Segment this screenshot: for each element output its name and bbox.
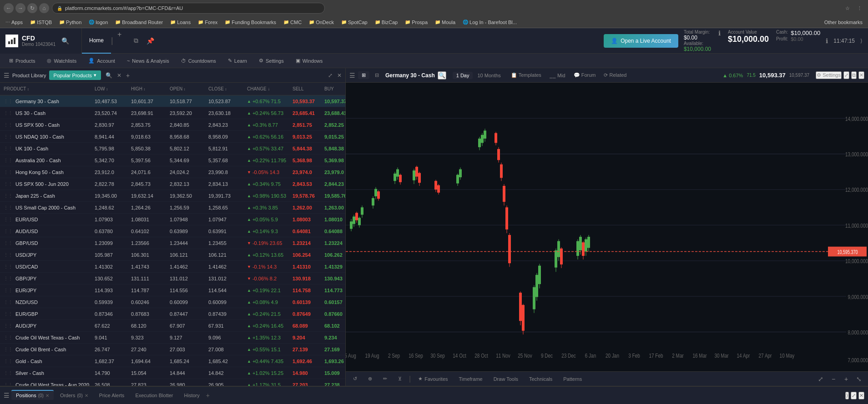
favourites-btn[interactable]: ★ Favourites bbox=[414, 375, 451, 383]
panel-search-button[interactable]: 🔍 bbox=[106, 72, 112, 79]
product-sell[interactable]: 1,692.46 bbox=[293, 359, 324, 364]
product-sell[interactable]: 27.139 bbox=[293, 347, 324, 352]
product-buy[interactable]: 5,369.98 bbox=[324, 158, 345, 163]
col-open[interactable]: OPEN bbox=[170, 86, 208, 91]
product-buy[interactable]: 23,688.41 bbox=[324, 110, 345, 116]
browser-menu[interactable]: ⋮ bbox=[854, 3, 864, 13]
open-account-button[interactable]: 👤 Open a Live Account bbox=[604, 34, 678, 48]
product-sell[interactable]: 1.23214 bbox=[293, 240, 324, 246]
bookmark-cmc[interactable]: 📁 CMC bbox=[281, 19, 304, 26]
zoom-out-btn[interactable]: − bbox=[828, 374, 839, 384]
product-buy[interactable]: 0.87660 bbox=[324, 311, 345, 317]
settings-info-icon[interactable]: ℹ bbox=[826, 37, 828, 45]
table-row[interactable]: ⋮⋮ US SPX 500 - Cash 2,830.97 2,853.75 2… bbox=[0, 119, 345, 131]
table-row[interactable]: ⋮⋮ Australia 200 - Cash 5,342.70 5,397.5… bbox=[0, 155, 345, 166]
product-sell[interactable]: 14.980 bbox=[293, 370, 324, 376]
table-row[interactable]: ⋮⋮ USD/CAD 1.41302 1.41743 1.41462 1.414… bbox=[0, 261, 345, 273]
table-row[interactable]: ⋮⋮ US SPX 500 - Jun 2020 2,822.78 2,845.… bbox=[0, 178, 345, 190]
expand-button[interactable]: ⟩ bbox=[860, 38, 863, 44]
chart-view-btn-2[interactable]: ⊟ bbox=[371, 71, 383, 79]
bookmark-ondeck[interactable]: 📁 OnDeck bbox=[306, 19, 337, 26]
product-sell[interactable]: 0.60139 bbox=[293, 299, 324, 305]
nav-home[interactable]: Home bbox=[82, 28, 111, 54]
table-row[interactable]: ⋮⋮ EUR/JPY 114.393 114.787 114.556 114.5… bbox=[0, 284, 345, 296]
table-row[interactable]: ⋮⋮ Silver - Cash 14.790 15.054 14.844 14… bbox=[0, 367, 345, 379]
back-button[interactable]: ← bbox=[4, 3, 14, 13]
panel-close-btn[interactable]: ✕ bbox=[117, 72, 121, 79]
timeframe-btn[interactable]: Timeframe bbox=[455, 375, 486, 383]
table-row[interactable]: ⋮⋮ AUD/JPY 67.622 68.120 67.907 67.931 ▲… bbox=[0, 320, 345, 332]
product-sell[interactable]: 27.203 bbox=[293, 382, 324, 386]
bottom-close-btn[interactable]: ✕ bbox=[858, 392, 864, 399]
table-row[interactable]: ⋮⋮ US 30 - Cash 23,520.74 23,698.91 23,5… bbox=[0, 107, 345, 119]
chart-forum-btn[interactable]: 💬 Forum bbox=[570, 71, 600, 79]
positions-tab-close[interactable]: ✕ bbox=[45, 393, 49, 398]
product-sell[interactable]: 114.758 bbox=[293, 288, 324, 293]
product-buy[interactable]: 0.64088 bbox=[324, 229, 345, 234]
product-buy[interactable]: 15.009 bbox=[324, 370, 345, 376]
bottom-panel-menu[interactable]: ☰ bbox=[4, 392, 10, 399]
chart-search-button[interactable]: 🔍 bbox=[438, 71, 446, 80]
bookmark-funding[interactable]: 📁 Funding Bookmarks bbox=[222, 19, 279, 26]
bottom-maximize-btn[interactable]: ⤢ bbox=[851, 392, 857, 399]
timeframe-1day[interactable]: 1 Day bbox=[453, 72, 473, 79]
product-buy[interactable]: 0.60157 bbox=[324, 299, 345, 305]
sub-nav-products[interactable]: ⊞ Products bbox=[4, 54, 40, 68]
table-row[interactable]: ⋮⋮ UK 100 - Cash 5,795.98 5,850.38 5,802… bbox=[0, 143, 345, 155]
bookmark-moula[interactable]: 📁 Moula bbox=[432, 19, 458, 26]
bookmark-logon[interactable]: 🌐 logon bbox=[86, 19, 111, 26]
product-buy[interactable]: 130.943 bbox=[324, 276, 345, 281]
bookmark-loans[interactable]: 📁 Loans bbox=[167, 19, 193, 26]
col-change[interactable]: CHANGE bbox=[247, 86, 293, 91]
product-buy[interactable]: 9.234 bbox=[324, 335, 345, 340]
sub-nav-windows[interactable]: ▣ Windows bbox=[290, 54, 328, 68]
col-product[interactable]: PRODUCT bbox=[4, 86, 95, 91]
bookmark-apps[interactable]: ⋯ Apps bbox=[3, 19, 25, 26]
home-button[interactable]: ⌂ bbox=[39, 3, 49, 13]
detach-icon[interactable]: ⧉ bbox=[130, 35, 142, 47]
orders-tab[interactable]: Orders (0) ✕ bbox=[56, 391, 93, 400]
chart-settings-btn[interactable]: ⚙ Settings bbox=[816, 71, 842, 79]
close-panel-icon[interactable]: ✕ bbox=[337, 72, 342, 79]
patterns-btn[interactable]: Patterns bbox=[560, 375, 585, 383]
reload-chart-btn[interactable]: ↺ bbox=[349, 375, 361, 383]
col-low[interactable]: LOW bbox=[95, 86, 131, 91]
history-tab[interactable]: History bbox=[180, 391, 204, 400]
product-sell[interactable]: 9,013.25 bbox=[293, 134, 324, 140]
product-buy[interactable]: 1,693.26 bbox=[324, 359, 345, 364]
chart-close-btn[interactable]: ✕ bbox=[858, 71, 864, 79]
table-row[interactable]: ⋮⋮ NZD/USD 0.59939 0.60246 0.60099 0.600… bbox=[0, 296, 345, 308]
chart-templates-btn[interactable]: 📋 Templates bbox=[507, 71, 545, 79]
product-buy[interactable]: 1,263.00 bbox=[324, 205, 345, 210]
product-sell[interactable]: 23,685.41 bbox=[293, 110, 324, 116]
address-bar[interactable]: 🔒 platform.cmcmarkets.com/#/app?b=CMC-CF… bbox=[52, 3, 325, 14]
table-row[interactable]: ⋮⋮ Japan 225 - Cash 19,345.00 19,632.14 … bbox=[0, 190, 345, 202]
table-row[interactable]: ⋮⋮ US NDAQ 100 - Cash 8,941.44 9,018.63 … bbox=[0, 131, 345, 143]
table-row[interactable]: ⋮⋮ EUR/USD 1.07903 1.08031 1.07948 1.079… bbox=[0, 214, 345, 225]
bookmark-bizcap[interactable]: 📁 BizCap bbox=[372, 19, 400, 26]
chart-detach-btn[interactable]: ⧉ bbox=[851, 71, 857, 79]
chart-related-btn[interactable]: ⟳ Related bbox=[600, 71, 630, 79]
product-sell[interactable]: 2,851.75 bbox=[293, 122, 324, 128]
timeframe-10months[interactable]: 10 Months bbox=[474, 72, 504, 79]
pin-icon[interactable]: 📌 bbox=[144, 35, 157, 47]
bookmark-istqb[interactable]: 📁 ISTQB bbox=[27, 19, 55, 26]
product-buy[interactable]: 1.23224 bbox=[324, 240, 345, 246]
table-row[interactable]: ⋮⋮ Germany 30 - Cash 10,487.53 10,601.37… bbox=[0, 95, 345, 107]
product-buy[interactable]: 114.773 bbox=[324, 288, 345, 293]
table-row[interactable]: ⋮⋮ AUD/USD 0.63780 0.64102 0.63989 0.639… bbox=[0, 225, 345, 237]
product-sell[interactable]: 106.254 bbox=[293, 252, 324, 258]
bookmark-barefoot[interactable]: 🌐 Log In - Barefoot Bl... bbox=[460, 19, 520, 26]
table-row[interactable]: ⋮⋮ GBP/USD 1.23099 1.23566 1.23444 1.234… bbox=[0, 237, 345, 249]
product-buy[interactable]: 10,597.37 bbox=[324, 99, 345, 104]
product-buy[interactable]: 27.238 bbox=[324, 382, 345, 386]
product-sell[interactable]: 1.08003 bbox=[293, 217, 324, 222]
technicals-btn[interactable]: Technicals bbox=[525, 375, 556, 383]
product-buy[interactable]: 1.08010 bbox=[324, 217, 345, 222]
chart-type-btn[interactable]: ⊻ bbox=[394, 375, 405, 383]
price-alerts-tab[interactable]: Price Alerts bbox=[95, 391, 129, 400]
maximize-icon[interactable]: ⤢ bbox=[328, 72, 333, 79]
product-buy[interactable]: 23,979.0 bbox=[324, 170, 345, 175]
table-row[interactable]: ⋮⋮ Hong Kong 50 - Cash 23,912.0 24,071.6… bbox=[0, 166, 345, 178]
bookmark-python[interactable]: 📁 Python bbox=[56, 19, 84, 26]
